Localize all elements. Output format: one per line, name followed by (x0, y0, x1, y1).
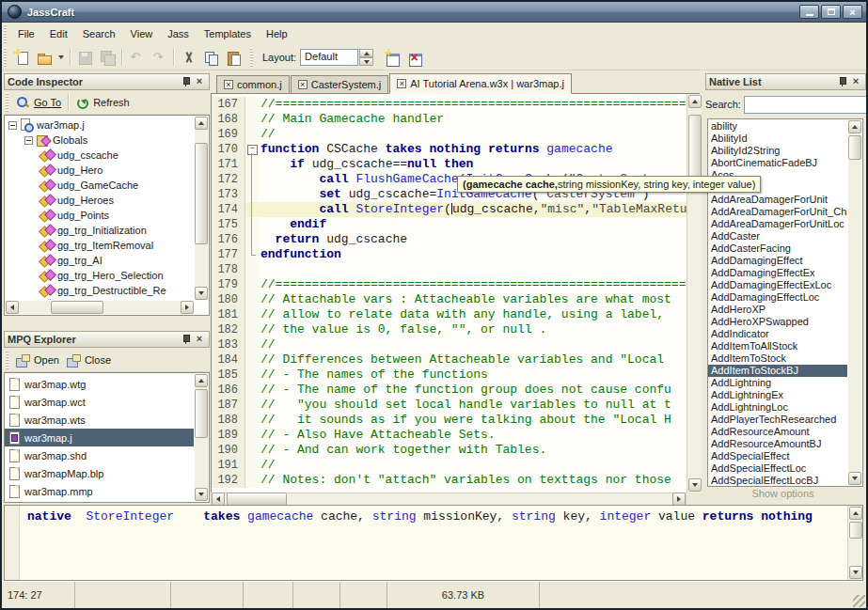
list-item-war3map-mmp[interactable]: war3map.mmp (5, 482, 194, 500)
signature-vscrollbar[interactable] (847, 506, 862, 580)
collapse-box-icon[interactable] (8, 121, 17, 130)
tree-item-gg_trg_initplayers[interactable]: gg_trg_InitPlayers (5, 298, 194, 300)
tree-item-gg_trg_destructible_re[interactable]: gg_trg_Destructible_Re (5, 283, 194, 298)
tree-item-udg_hero[interactable]: udg_Hero (5, 163, 194, 178)
native-item-addlightningex[interactable]: AddLightningEx (708, 389, 847, 401)
tab-castersystem-j[interactable]: ×CasterSystem.j (291, 75, 389, 93)
code-line-168[interactable]: 168// Main Gamecache handler (212, 112, 687, 127)
maximize-button[interactable] (821, 5, 841, 19)
resize-grip[interactable] (853, 595, 865, 607)
tree-item-gg_trg_initialization[interactable]: gg_trg_Initialization (5, 223, 194, 238)
save-button[interactable] (73, 47, 96, 68)
scroll-thumb[interactable] (849, 522, 862, 539)
scroll-right-button[interactable] (181, 301, 194, 314)
code-text[interactable] (259, 262, 687, 277)
scroll-down-button[interactable] (849, 566, 862, 579)
menu-jass[interactable]: Jass (160, 25, 197, 42)
native-item-abilityid2string[interactable]: AbilityId2String (708, 145, 847, 157)
native-item-addspecialeffectlocbj[interactable]: AddSpecialEffectLocBJ (708, 475, 847, 486)
scroll-up-button[interactable] (195, 374, 208, 387)
code-line-180[interactable]: 180// Attachable vars : Attacheable vari… (212, 292, 687, 307)
scroll-left-button[interactable] (212, 493, 225, 506)
code-text[interactable]: // Notes: don't "attach" variables on te… (259, 473, 687, 488)
code-line-187[interactable]: 187// "you should set local handle varia… (212, 398, 687, 413)
native-vscrollbar[interactable] (848, 120, 861, 485)
close-panel-icon[interactable]: × (193, 75, 206, 88)
list-item-war3map-j[interactable]: war3map.j (5, 429, 194, 446)
code-text[interactable]: // (259, 337, 687, 352)
tree-item-gg_trg_itemremoval[interactable]: gg_trg_ItemRemoval (5, 238, 194, 253)
code-line-183[interactable]: 183// (212, 337, 687, 352)
code-line-167[interactable]: 167//===================================… (212, 97, 687, 112)
scroll-left-button[interactable] (6, 301, 19, 314)
native-item-addplayertechresearched[interactable]: AddPlayerTechResearched (708, 414, 847, 426)
code-line-181[interactable]: 181// allow to relate data with any hand… (212, 307, 687, 322)
menu-templates[interactable]: Templates (197, 25, 259, 42)
scroll-down-button[interactable] (195, 287, 208, 300)
code-line-192[interactable]: 192// Notes: don't "attach" variables on… (212, 473, 687, 488)
scroll-up-button[interactable] (195, 117, 208, 130)
list-item-war3map-wtg[interactable]: war3map.wtg (5, 375, 194, 393)
tab-ai-tutorial-arena-w3x-war3map-j[interactable]: ×AI Tutorial Arena.w3x | war3map.j (389, 73, 572, 94)
native-item-addcasterfacing[interactable]: AddCasterFacing (708, 242, 847, 255)
scroll-thumb[interactable] (51, 301, 103, 314)
code-line-177[interactable]: 177endfunction (212, 247, 687, 262)
code-line-182[interactable]: 182// the value is 0, false, "", or null… (212, 322, 687, 337)
scroll-thumb[interactable] (688, 115, 702, 182)
native-item-addlightningloc[interactable]: AddLightningLoc (708, 401, 847, 414)
native-item-additemtostock[interactable]: AddItemToStock (708, 352, 847, 365)
native-item-addareadamagerforunit[interactable]: AddAreaDamagerForUnit (708, 194, 847, 206)
close-panel-icon[interactable]: × (849, 75, 862, 88)
code-text[interactable]: // - The names of the functions (259, 368, 687, 383)
scroll-thumb[interactable] (227, 493, 287, 506)
native-item-additemtoallstock[interactable]: AddItemToAllStock (708, 340, 847, 352)
code-text[interactable]: // (259, 458, 687, 473)
native-item-addheroxpswapped[interactable]: AddHeroXPSwapped (708, 316, 847, 328)
native-item-adddamagingeffect[interactable]: AddDamagingEffect (708, 255, 847, 267)
editor-hscrollbar[interactable] (211, 493, 687, 506)
code-text[interactable]: call StoreInteger(udg_cscache,"misc","Ta… (259, 202, 687, 217)
new-layout-button[interactable] (381, 47, 403, 68)
tree-item-udg_cscache[interactable]: udg_cscache (5, 148, 194, 163)
native-item-addareadamagerforunit_chil[interactable]: AddAreaDamagerForUnit_Chil (708, 206, 847, 218)
close-tab-icon[interactable]: × (397, 79, 406, 88)
scroll-up-button[interactable] (849, 507, 862, 520)
list-item-war3map-shd[interactable]: war3map.shd (5, 446, 194, 464)
search-input[interactable] (744, 96, 868, 114)
code-line-191[interactable]: 191// (212, 458, 687, 473)
menu-search[interactable]: Search (75, 25, 123, 42)
show-options-link[interactable]: Show options (705, 488, 860, 501)
list-item-war3map-wts[interactable]: war3map.wts (5, 411, 194, 429)
native-item-abortcinematicfadebj[interactable]: AbortCinematicFadeBJ (708, 157, 847, 169)
mpq-close-button[interactable]: Close (63, 351, 115, 370)
tree-item-globals[interactable]: Globals (5, 133, 194, 148)
scroll-thumb[interactable] (195, 389, 208, 438)
redo-button[interactable] (148, 47, 170, 68)
code-line-185[interactable]: 185// - The names of the functions (212, 368, 687, 383)
native-item-adddamagingeffectexloc[interactable]: AddDamagingEffectExLoc (708, 279, 847, 291)
menu-edit[interactable]: Edit (42, 25, 75, 42)
code-line-189[interactable]: 189// - Also Have Attacheable Sets. (212, 428, 687, 443)
editor-vscrollbar[interactable] (687, 94, 702, 493)
tree-vscrollbar[interactable] (195, 117, 208, 300)
code-line-188[interactable]: 188// it sounds as if you were talking a… (212, 413, 687, 428)
code-text[interactable]: return udg_cscache (259, 232, 687, 247)
code-text[interactable]: // allow to relate data with any handle,… (259, 307, 687, 322)
scroll-thumb[interactable] (848, 135, 861, 160)
paste-button[interactable] (222, 47, 245, 68)
code-text[interactable]: // (259, 127, 687, 142)
code-text[interactable]: // Attachable vars : Attacheable variabl… (259, 292, 687, 307)
code-line-190[interactable]: 190// - And can work together with Table… (212, 443, 687, 458)
code-line-178[interactable]: 178 (212, 262, 687, 277)
code-line-171[interactable]: 171 if udg_cscache==null then (212, 157, 687, 172)
code-text[interactable]: // Main Gamecache handler (259, 112, 687, 127)
code-line-184[interactable]: 184// Differences between Attacheable va… (212, 352, 687, 368)
tree-item-gg_trg_hero_selection[interactable]: gg_trg_Hero_Selection (5, 268, 194, 283)
native-item-addcaster[interactable]: AddCaster (708, 230, 847, 242)
layout-combobox[interactable]: Default (300, 49, 358, 66)
code-line-179[interactable]: 179//===================================… (212, 277, 687, 292)
native-item-addheroxp[interactable]: AddHeroXP (708, 304, 847, 316)
collapse-box-icon[interactable] (24, 136, 33, 145)
tree-item-udg_points[interactable]: udg_Points (5, 208, 194, 223)
native-item-addresourceamountbj[interactable]: AddResourceAmountBJ (708, 438, 847, 450)
